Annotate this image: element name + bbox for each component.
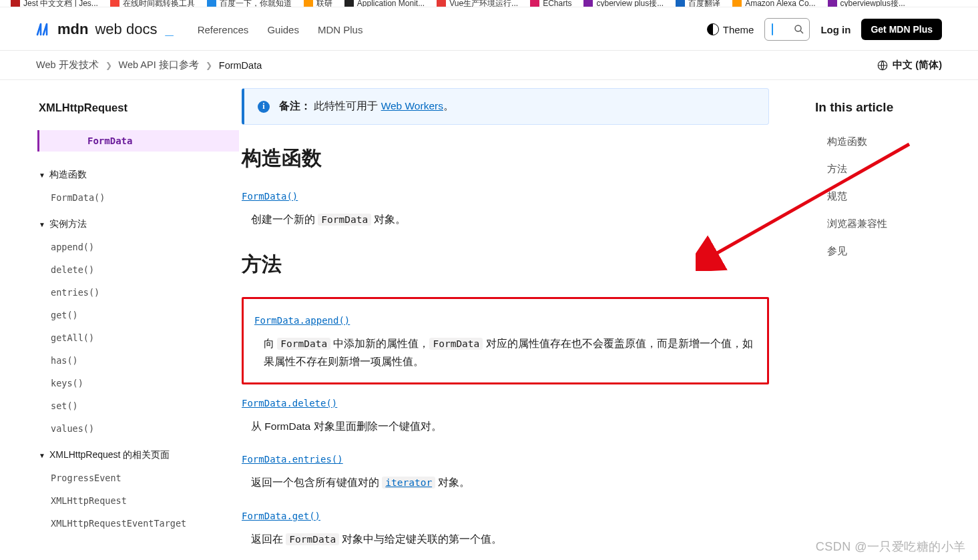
nav-mdnplus[interactable]: MDN Plus — [318, 24, 363, 35]
language-switch[interactable]: 中文 (简体) — [877, 59, 942, 71]
header-tools: Theme Log in Get MDN Plus — [707, 18, 942, 41]
nav-guides[interactable]: Guides — [267, 24, 299, 35]
sidebar-item[interactable]: delete() — [39, 258, 242, 281]
code-token: FormData — [318, 214, 371, 226]
link-formdata-entries[interactable]: FormData.entries() — [242, 454, 343, 465]
sidebar-group-title[interactable]: XMLHttpRequest 的相关页面 — [39, 444, 242, 467]
bookmark-item[interactable]: 百度一下，你就知道 — [207, 0, 292, 7]
top-nav: References Guides MDN Plus — [198, 24, 363, 35]
chevron-right-icon: ❯ — [105, 61, 112, 70]
sidebar-item[interactable]: getAll() — [39, 326, 242, 349]
note-prefix: 备注： — [279, 100, 311, 111]
nav-references[interactable]: References — [198, 24, 249, 35]
sidebar-group-title[interactable]: 实例方法 — [39, 213, 242, 236]
code-token: FormData — [429, 338, 483, 350]
sidebar-group-constructor[interactable]: 构造函数 FormData() — [0, 164, 242, 213]
desc-formdata-append: 向 FormData 中添加新的属性值，FormData 对应的属性值存在也不会… — [254, 332, 756, 370]
sidebar-item[interactable]: entries() — [39, 281, 242, 304]
sidebar-group-related[interactable]: XMLHttpRequest 的相关页面 ProgressEvent XMLHt… — [0, 444, 242, 539]
bookmark-item[interactable]: Vue生产环境运行... — [437, 0, 518, 7]
code-token: FormData — [286, 533, 339, 545]
search-cursor — [772, 23, 773, 35]
bookmark-item[interactable]: 在线时间戳转换工具 — [110, 0, 195, 7]
sidebar-item[interactable]: values() — [39, 417, 242, 440]
link-formdata-delete[interactable]: FormData.delete() — [242, 398, 337, 408]
breadcrumb: Web 开发技术 ❯ Web API 接口参考 ❯ FormData 中文 (简… — [0, 51, 978, 80]
login-button[interactable]: Log in — [820, 24, 850, 35]
sidebar-item[interactable]: append() — [39, 236, 242, 258]
get-mdn-plus-button[interactable]: Get MDN Plus — [861, 19, 942, 40]
toc-item[interactable]: 参见 — [827, 238, 962, 265]
sidebar-group-title[interactable]: 构造函数 — [39, 164, 242, 186]
toc-heading: In this article — [815, 100, 962, 115]
link-formdata-get[interactable]: FormData.get() — [242, 511, 320, 521]
highlighted-method-append: FormData.append() 向 FormData 中添加新的属性值，Fo… — [242, 297, 769, 384]
sidebar-item[interactable]: set() — [39, 394, 242, 417]
breadcrumb-item[interactable]: Web 开发技术 — [36, 59, 99, 71]
bookmark-item[interactable]: 联研 — [304, 0, 332, 7]
theme-icon — [707, 23, 719, 35]
header: mdn web docs _ References Guides MDN Plu… — [0, 7, 978, 51]
sidebar-item[interactable]: XMLHttpRequest — [39, 489, 242, 512]
sidebar-item[interactable]: keys() — [39, 372, 242, 394]
bookmark-item[interactable]: ECharts — [530, 0, 571, 7]
globe-icon — [877, 59, 889, 71]
sidebar-group-methods[interactable]: 实例方法 append() delete() entries() get() g… — [0, 213, 242, 444]
bookmark-item[interactable]: Jest 中文文档 | Jes... — [11, 0, 98, 7]
link-iterator[interactable]: iterator — [382, 477, 435, 488]
sidebar-item-active[interactable]: FormData — [37, 130, 239, 152]
sidebar-item[interactable]: FormData() — [39, 186, 242, 209]
search-icon — [793, 23, 805, 35]
bookmark-item[interactable]: Application Monit... — [344, 0, 425, 7]
toc-item[interactable]: 规范 — [827, 183, 962, 210]
heading-constructor: 构造函数 — [242, 145, 769, 172]
desc-formdata-entries: 返回一个包含所有键值对的 iterator 对象。 — [242, 471, 769, 509]
toc-item[interactable]: 方法 — [827, 156, 962, 183]
desc-formdata-constructor: 创建一个新的 FormData 对象。 — [242, 208, 769, 246]
chevron-right-icon: ❯ — [206, 61, 212, 70]
note-text: 。 — [443, 100, 454, 111]
heading-methods: 方法 — [242, 251, 769, 278]
mdn-logo-icon — [36, 21, 52, 37]
theme-toggle[interactable]: Theme — [707, 23, 754, 35]
search-input[interactable] — [764, 18, 810, 41]
mdn-logo[interactable]: mdn web docs _ — [36, 21, 174, 38]
note-callout: i 备注： 此特性可用于 Web Workers。 — [242, 88, 769, 125]
svg-point-0 — [795, 25, 801, 31]
bookmark-item[interactable]: cyberview plus接... — [583, 0, 664, 7]
bookmark-item[interactable]: 百度翻译 — [676, 0, 720, 7]
toc: In this article 构造函数 方法 规范 浏览器兼容性 参见 — [804, 80, 978, 560]
note-link[interactable]: Web Workers — [381, 100, 443, 111]
code-token: FormData — [277, 338, 330, 350]
svg-line-1 — [801, 31, 804, 33]
info-icon: i — [258, 101, 270, 113]
bookmark-item[interactable]: cyberviewplus接... — [828, 0, 905, 7]
main-content: i 备注： 此特性可用于 Web Workers。 构造函数 FormData(… — [242, 80, 769, 560]
sidebar-item[interactable]: XMLHttpRequestEventTarget — [39, 512, 242, 535]
desc-formdata-delete: 从 FormData 对象里面删除一个键值对。 — [242, 415, 769, 453]
link-formdata-constructor[interactable]: FormData() — [242, 191, 298, 202]
bookmarks-bar: Jest 中文文档 | Jes... 在线时间戳转换工具 百度一下，你就知道 联… — [0, 0, 978, 7]
desc-formdata-get: 返回在 FormData 对象中与给定键关联的第一个值。 — [242, 528, 769, 560]
sidebar-heading[interactable]: XMLHttpRequest — [0, 101, 242, 114]
note-text: 此特性可用于 — [314, 100, 381, 111]
link-formdata-append[interactable]: FormData.append() — [254, 315, 350, 326]
breadcrumb-item[interactable]: Web API 接口参考 — [119, 59, 199, 71]
sidebar-item[interactable]: has() — [39, 349, 242, 372]
bookmark-item[interactable]: Amazon Alexa Co... — [732, 0, 815, 7]
sidebar-item[interactable]: ProgressEvent — [39, 467, 242, 489]
toc-item[interactable]: 构造函数 — [827, 128, 962, 156]
sidebar-item[interactable]: get() — [39, 304, 242, 326]
sidebar: XMLHttpRequest FormData 构造函数 FormData() … — [0, 80, 242, 560]
breadcrumb-item-current: FormData — [219, 60, 262, 71]
toc-item[interactable]: 浏览器兼容性 — [827, 210, 962, 238]
